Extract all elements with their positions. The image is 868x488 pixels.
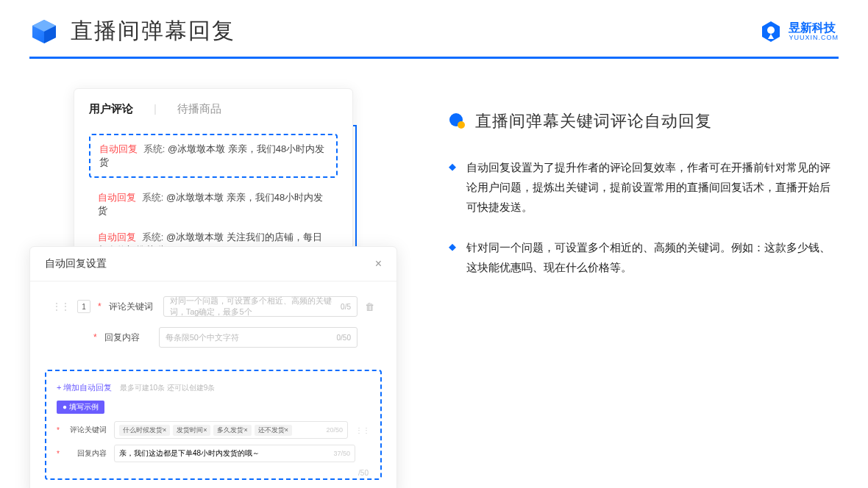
logo-icon — [759, 20, 783, 43]
tab-divider: | — [154, 102, 157, 121]
example-tag: 发货时间× — [173, 425, 210, 436]
modal-title: 自动回复设置 — [45, 257, 107, 270]
example-tag: 还不发货× — [255, 425, 292, 436]
example-tag: 多久发货× — [213, 425, 251, 436]
svg-point-5 — [458, 121, 465, 129]
message-icon — [449, 112, 466, 130]
description-column: 直播间弹幕关键词评论自动回复 ◆ 自动回复设置为了提升作者的评论回复效率，作者可… — [449, 88, 839, 298]
section-title: 直播间弹幕关键词评论自动回复 — [475, 110, 712, 132]
diamond-icon: ◆ — [449, 237, 456, 277]
example-keyword-input[interactable]: 什么时候发货× 发货时间× 多久发货× 还不发货× 20/50 — [114, 421, 348, 439]
input-placeholder: 每条限50个中文字符 — [166, 332, 239, 343]
required-marker: * — [57, 426, 60, 434]
auto-reply-tag: 自动回复 — [98, 232, 136, 243]
input-counter: 0/50 — [337, 334, 351, 342]
item-index: 1 — [77, 300, 90, 313]
content-input[interactable]: 每条限50个中文字符 0/50 — [159, 327, 357, 348]
add-auto-reply-link[interactable]: + 增加自动回复 — [57, 382, 112, 393]
example-counter: 37/50 — [333, 450, 350, 457]
delete-icon[interactable]: 🗑 — [365, 301, 374, 312]
comment-prefix: 系统: — [142, 192, 164, 203]
logo-text-cn: 昱新科技 — [789, 22, 839, 34]
field-label-content: 回复内容 — [104, 331, 152, 344]
input-counter: 0/5 — [341, 303, 351, 311]
bullet-item: ◆ 针对同一个问题，可设置多个相近的、高频的关键词。例如：这款多少钱、这块能优惠… — [449, 237, 839, 277]
input-placeholder: 对同一个问题，可设置多个相近、高频的关键词，Tag确定，最多5个 — [170, 295, 341, 317]
keyword-input[interactable]: 对同一个问题，可设置多个相近、高频的关键词，Tag确定，最多5个 0/5 — [163, 296, 357, 317]
field-label-keyword: 评论关键词 — [109, 301, 156, 313]
drag-handle-icon[interactable]: ⋮⋮ — [52, 301, 70, 312]
required-marker: * — [98, 301, 102, 312]
drag-handle-icon[interactable]: ⋮⋮ — [355, 426, 370, 434]
bullet-text: 针对同一个问题，可设置多个相近的、高频的关键词。例如：这款多少钱、这块能优惠吗、… — [466, 237, 839, 277]
add-hint: 最多可建10条 还可以创建9条 — [120, 384, 215, 392]
comment-prefix: 系统: — [142, 232, 164, 243]
bullet-item: ◆ 自动回复设置为了提升作者的评论回复效率，作者可在开播前针对常见的评论用户问题… — [449, 157, 839, 217]
required-marker: * — [57, 450, 60, 458]
cube-icon — [29, 17, 59, 46]
comment-prefix: 系统: — [143, 143, 166, 154]
example-block: + 增加自动回复 最多可建10条 还可以创建9条 ● 填写示例 * 评论关键词 … — [45, 370, 382, 480]
page-title: 直播间弹幕回复 — [71, 16, 235, 46]
example-label-keyword: 评论关键词 — [67, 425, 107, 435]
example-label-content: 回复内容 — [67, 448, 107, 459]
required-marker: * — [93, 332, 97, 342]
example-tag: 什么时候发货× — [119, 425, 170, 436]
close-icon[interactable]: × — [375, 257, 382, 270]
page-header: 直播间弹幕回复 昱新科技 YUUXIN.COM — [0, 0, 868, 46]
comment-highlighted: 自动回复 系统: @冰墩墩本墩 亲亲，我们48小时内发货 — [89, 134, 338, 178]
comment-item: 自动回复 系统: @冰墩墩本墩 亲亲，我们48小时内发货 — [89, 188, 338, 220]
svg-point-3 — [767, 26, 775, 34]
example-badge: ● 填写示例 — [57, 401, 104, 414]
example-content-text: 亲，我们这边都是下单48小时内发货的哦～ — [119, 448, 260, 459]
tab-pending-goods[interactable]: 待播商品 — [177, 102, 221, 121]
company-logo: 昱新科技 YUUXIN.COM — [759, 20, 839, 43]
bullet-text: 自动回复设置为了提升作者的评论回复效率，作者可在开播前针对常见的评论用户问题，提… — [466, 157, 839, 217]
auto-reply-settings-modal: 自动回复设置 × ⋮⋮ 1 * 评论关键词 对同一个问题，可设置多个相近、高频的… — [29, 246, 397, 488]
diamond-icon: ◆ — [449, 157, 456, 217]
auto-reply-tag: 自动回复 — [98, 192, 136, 203]
bottom-counter: /50 — [358, 469, 369, 477]
tab-user-comments[interactable]: 用户评论 — [89, 102, 133, 121]
comments-tabs: 用户评论 | 待播商品 — [89, 102, 338, 121]
auto-reply-tag: 自动回复 — [99, 143, 138, 154]
example-content-input[interactable]: 亲，我们这边都是下单48小时内发货的哦～ 37/50 — [114, 445, 355, 462]
screenshot-cluster: 用户评论 | 待播商品 自动回复 系统: @冰墩墩本墩 亲亲，我们48小时内发货… — [29, 88, 405, 298]
logo-text-en: YUUXIN.COM — [789, 34, 839, 41]
example-counter: 20/50 — [326, 426, 343, 434]
